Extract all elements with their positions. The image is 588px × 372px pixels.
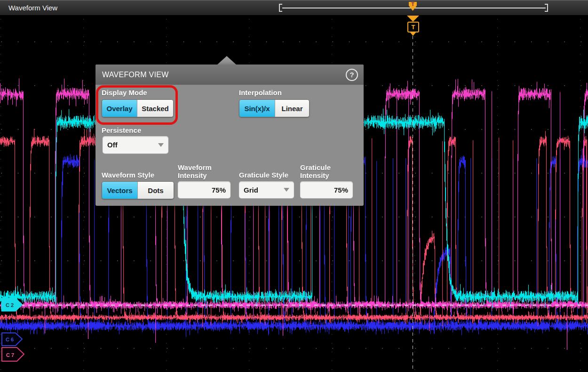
graticule-intensity-value: 75% [334,186,348,194]
waveform-intensity-input[interactable]: 75% [178,181,230,198]
channel-badge-c7[interactable]: C 7 [1,346,26,363]
display-mode-stacked-button[interactable]: Stacked [137,100,173,117]
timeline-right-bracket[interactable] [545,4,548,12]
waveform-view-dialog: WAVEFORM VIEW ? Display Mode Overlay Sta… [95,65,364,206]
channel-badge-c6[interactable]: C 6 [1,332,24,348]
interpolation-label: Interpolation [239,89,282,97]
channel-label-c7: C 7 [6,352,14,358]
graticule-intensity-label: Graticule Intensity [300,161,347,179]
waveform-style-toggle: Vectors Dots [102,181,174,199]
graticule-intensity-input[interactable]: 75% [300,181,353,198]
display-mode-toggle: Overlay Stacked [102,99,174,117]
display-mode-label: Display Mode [102,89,147,97]
trigger-badge-tail-icon [410,32,416,36]
view-titlebar: Waveform View T [0,0,588,15]
interpolation-toggle: Sin(x)/x Linear [239,99,310,117]
channel-label-c6: C 6 [6,337,14,342]
oscilloscope-screen: { "titlebar": { "title": "Waveform View"… [0,0,588,372]
channel-label-c2: C 2 [6,302,14,308]
trigger-position-cursor [413,36,413,372]
dialog-header[interactable]: WAVEFORM VIEW ? [95,65,364,85]
interpolation-sinx-button[interactable]: Sin(x)/x [239,100,275,117]
help-icon[interactable]: ? [346,69,358,81]
persistence-label: Persistence [102,126,141,134]
timeline-trigger-flag-icon[interactable]: T [409,2,417,11]
trigger-badge[interactable]: T [407,22,419,32]
graticule-style-label: Graticule Style [239,171,288,179]
waveform-style-label: Waveform Style [102,171,154,179]
dialog-title: WAVEFORM VIEW [102,65,169,85]
graticule-style-value: Grid [244,186,258,194]
channel2-reference-line [21,305,588,306]
dropdown-arrow-icon [284,188,289,192]
display-mode-overlay-button[interactable]: Overlay [102,100,137,117]
persistence-dropdown[interactable]: Off [103,136,168,154]
dialog-callout-arrow-icon [217,56,236,65]
channel-badge-c2[interactable]: C 2 [1,298,24,313]
persistence-value: Off [107,141,118,149]
dropdown-arrow-icon [158,143,164,147]
waveform-intensity-value: 75% [212,186,226,194]
view-title: Waveform View [8,0,57,15]
timeline-left-bracket[interactable] [279,4,282,12]
interpolation-linear-button[interactable]: Linear [275,100,309,117]
trigger-marker-arrow-icon[interactable] [407,16,419,22]
graticule-style-dropdown[interactable]: Grid [239,181,294,198]
waveform-style-dots-button[interactable]: Dots [137,182,174,199]
waveform-style-vectors-button[interactable]: Vectors [102,182,137,199]
waveform-intensity-label: Waveform Intensity [178,161,228,179]
